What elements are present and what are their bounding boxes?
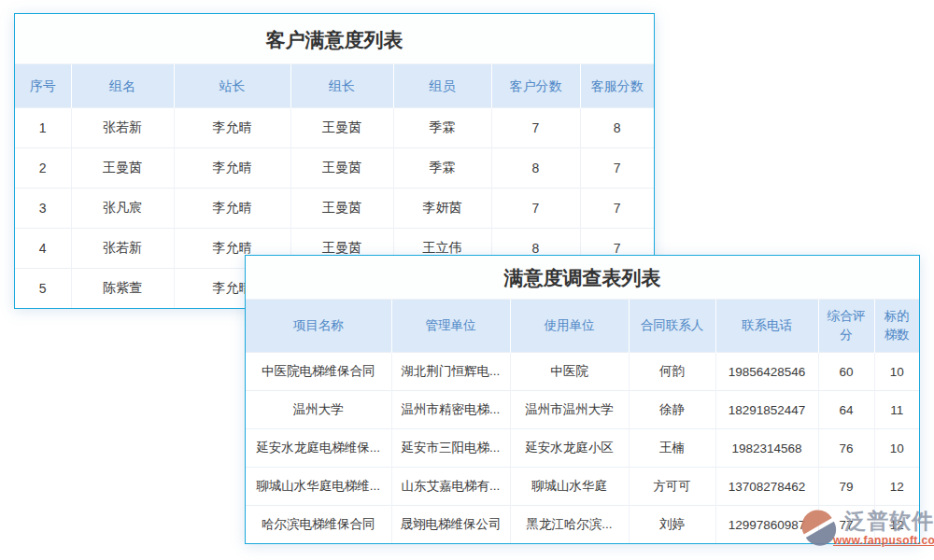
table-row[interactable]: 延安水龙庭电梯维保... 延安市三阳电梯... 延安水龙庭小区 王楠 19823…: [246, 429, 919, 468]
cell-group-name: 张若新: [71, 229, 174, 269]
table-row[interactable]: 聊城山水华庭电梯维... 山东艾嘉电梯有... 聊城山水华庭 方可可 13708…: [246, 468, 919, 506]
cell-group-leader: 王曼茵: [290, 189, 393, 229]
cell-group-name: 王曼茵: [71, 148, 174, 189]
fanpu-watermark-text: 泛普软件 www.fanpusoft.com: [833, 509, 934, 547]
cell-management-unit: 晟翊电梯维保公司: [391, 506, 510, 544]
cell-overall-score: 60: [818, 353, 874, 391]
satisfaction-survey-list-title: 满意度调查表列表: [246, 256, 919, 300]
cell-using-unit: 延安水龙庭小区: [510, 429, 629, 468]
column-header-using-unit: 使用单位: [510, 300, 629, 353]
cell-phone: 19856428546: [715, 353, 818, 391]
cell-elevator-count: 12: [874, 468, 919, 506]
cell-elevator-count: 11: [874, 391, 919, 429]
cell-group-name: 陈紫萱: [71, 269, 174, 309]
cell-using-unit: 聊城山水华庭: [510, 468, 629, 506]
cell-contract-contact: 王楠: [629, 429, 715, 468]
cell-service-score: 7: [580, 189, 654, 229]
column-header-service-score: 客服分数: [580, 64, 654, 108]
fanpu-website-url: www.fanpusoft.com: [833, 534, 934, 547]
cell-customer-score: 7: [491, 108, 580, 148]
header-row: 序号 组名 站长 组长 组员 客户分数 客服分数: [15, 64, 654, 108]
cell-management-unit: 湖北荆门恒辉电...: [391, 353, 510, 391]
satisfaction-survey-list-card: 满意度调查表列表 项目名称 管理单位 使用单位 合同联系人 联系电话 综合评分 …: [245, 255, 920, 544]
column-header-overall-score: 综合评分: [818, 300, 874, 353]
cell-project-name: 温州大学: [246, 391, 391, 429]
column-header-contract-contact: 合同联系人: [629, 300, 715, 353]
cell-group-member: 李妍茵: [393, 189, 491, 229]
cell-group-name: 张若新: [71, 108, 174, 148]
cell-seq: 5: [15, 269, 71, 309]
cell-using-unit: 温州市温州大学: [510, 391, 629, 429]
cell-elevator-count: 10: [874, 429, 919, 468]
cell-customer-score: 7: [491, 189, 580, 229]
cell-group-member: 季霖: [393, 108, 491, 148]
column-header-group-member: 组员: [393, 64, 491, 108]
cell-project-name: 哈尔滨电梯维保合同: [246, 506, 391, 544]
cell-contract-contact: 何韵: [629, 353, 715, 391]
cell-contract-contact: 刘婷: [629, 506, 715, 544]
cell-station-master: 李允晴: [174, 108, 290, 148]
cell-project-name: 中医院电梯维保合同: [246, 353, 391, 391]
column-header-group-name: 组名: [71, 64, 174, 108]
cell-seq: 2: [15, 148, 71, 189]
cell-phone: 18291852447: [715, 391, 818, 429]
table-row[interactable]: 3 张凡宸 李允晴 王曼茵 李妍茵 7 7: [15, 189, 654, 229]
cell-overall-score: 79: [818, 468, 874, 506]
cell-seq: 1: [15, 108, 71, 148]
cell-phone: 1982314568: [715, 429, 818, 468]
cell-service-score: 7: [580, 148, 654, 189]
cell-using-unit: 黑龙江哈尔滨...: [510, 506, 629, 544]
satisfaction-survey-table: 项目名称 管理单位 使用单位 合同联系人 联系电话 综合评分 标的梯数 中医院电…: [246, 300, 919, 543]
cell-overall-score: 64: [818, 391, 874, 429]
column-header-group-leader: 组长: [290, 64, 393, 108]
fanpu-brand-name: 泛普软件: [844, 509, 934, 534]
cell-group-member: 季霖: [393, 148, 491, 189]
cell-customer-score: 8: [491, 148, 580, 189]
cell-management-unit: 山东艾嘉电梯有...: [391, 468, 510, 506]
column-header-seq: 序号: [15, 64, 71, 108]
column-header-management-unit: 管理单位: [391, 300, 510, 353]
cell-project-name: 聊城山水华庭电梯维...: [246, 468, 391, 506]
customer-satisfaction-list-title: 客户满意度列表: [15, 14, 654, 64]
fanpu-watermark: 泛普软件 www.fanpusoft.com: [800, 509, 934, 548]
cell-phone: 13708278462: [715, 468, 818, 506]
column-header-customer-score: 客户分数: [491, 64, 580, 108]
cell-contract-contact: 方可可: [629, 468, 715, 506]
cell-overall-score: 76: [818, 429, 874, 468]
cell-group-name: 张凡宸: [71, 189, 174, 229]
table-row[interactable]: 温州大学 温州市精密电梯... 温州市温州大学 徐静 18291852447 6…: [246, 391, 919, 429]
column-header-station-master: 站长: [174, 64, 290, 108]
cell-project-name: 延安水龙庭电梯维保...: [246, 429, 391, 468]
cell-elevator-count: 10: [874, 353, 919, 391]
cell-service-score: 8: [580, 108, 654, 148]
column-header-elevator-count: 标的梯数: [874, 300, 919, 353]
cell-using-unit: 中医院: [510, 353, 629, 391]
header-row: 项目名称 管理单位 使用单位 合同联系人 联系电话 综合评分 标的梯数: [246, 300, 919, 353]
table-row[interactable]: 中医院电梯维保合同 湖北荆门恒辉电... 中医院 何韵 19856428546 …: [246, 353, 919, 391]
table-row[interactable]: 2 王曼茵 李允晴 王曼茵 季霖 8 7: [15, 148, 654, 189]
cell-station-master: 李允晴: [174, 148, 290, 189]
cell-seq: 3: [15, 189, 71, 229]
cell-management-unit: 延安市三阳电梯...: [391, 429, 510, 468]
table-row[interactable]: 1 张若新 李允晴 王曼茵 季霖 7 8: [15, 108, 654, 148]
cell-group-leader: 王曼茵: [290, 108, 393, 148]
column-header-phone: 联系电话: [715, 300, 818, 353]
cell-contract-contact: 徐静: [629, 391, 715, 429]
cell-seq: 4: [15, 229, 71, 269]
cell-station-master: 李允晴: [174, 189, 290, 229]
column-header-project-name: 项目名称: [246, 300, 391, 353]
cell-group-leader: 王曼茵: [290, 148, 393, 189]
cell-management-unit: 温州市精密电梯...: [391, 391, 510, 429]
